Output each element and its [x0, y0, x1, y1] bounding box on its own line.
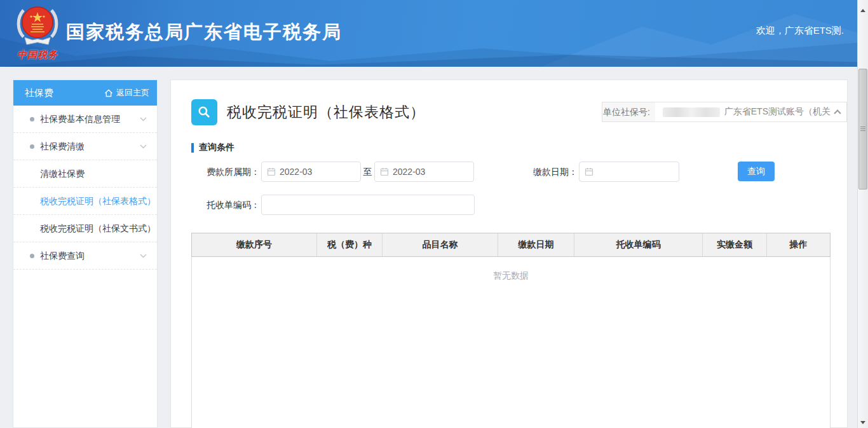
pay-date-datepicker[interactable] [579, 162, 679, 182]
bullet-icon [30, 117, 34, 121]
to-label: 至 [361, 162, 374, 182]
query-button[interactable]: 查询 [738, 162, 775, 181]
scrollbar-thumb[interactable] [858, 69, 867, 190]
col-collection-code: 托收单编码 [574, 233, 703, 256]
sidebar-item-fee-settlement[interactable]: 社保费清缴 [13, 133, 157, 160]
main-panel: 税收完税证明（社保表格式） 单位社保号: 广东省ETS测试账号（机关 查询条件 … [170, 79, 848, 428]
period-from-input[interactable] [280, 167, 355, 177]
sidebar-item-label: 税收完税证明（社保文书式） [40, 223, 156, 233]
scrollbar-grip-icon [860, 127, 865, 132]
unit-ssn-label: 单位社保号: [602, 102, 655, 121]
return-home-label: 返回主页 [116, 87, 149, 99]
sidebar-item-fee-query[interactable]: 社保费查询 [13, 242, 157, 270]
results-table: 缴款序号 税（费）种 品目名称 缴款日期 托收单编码 实缴金额 操作 暂无数据 [191, 233, 831, 428]
arrow-down-icon [860, 421, 865, 424]
unit-ssn-selector[interactable]: 单位社保号: 广东省ETS测试账号（机关 [602, 102, 847, 122]
sidebar-item-tax-cert-table-format[interactable]: 税收完税证明（社保表格式） [13, 188, 157, 215]
section-accent-bar [191, 143, 194, 153]
pay-date-label: 缴款日期： [514, 162, 578, 182]
return-home-link[interactable]: 返回主页 [104, 87, 149, 99]
calendar-icon [380, 167, 389, 176]
period-to-input[interactable] [393, 167, 468, 177]
calendar-icon [267, 167, 276, 176]
col-tax-fee-type: 税（费）种 [317, 233, 383, 256]
vertical-scrollbar[interactable] [857, 0, 868, 428]
empty-state-text: 暂无数据 [493, 270, 529, 280]
welcome-text: 欢迎，广东省ETS测. [756, 25, 844, 37]
sidebar-item-label: 社保费清缴 [40, 141, 85, 151]
magnifier-icon [191, 99, 217, 125]
tax-emblem-icon [13, 3, 62, 48]
calendar-icon [585, 167, 593, 176]
chevron-down-icon [140, 117, 147, 121]
col-paid-amount: 实缴金额 [703, 233, 767, 256]
unit-ssn-text: 广东省ETS测试账号（机关 [724, 106, 831, 118]
sidebar-menu: 社保费基本信息管理 社保费清缴 清缴社保费 税收完税证明（社保表格式） 税收完税… [13, 106, 157, 270]
table-header-row: 缴款序号 税（费）种 品目名称 缴款日期 托收单编码 实缴金额 操作 [191, 233, 831, 257]
sidebar-item-tax-cert-document-format[interactable]: 税收完税证明（社保文书式） [13, 215, 157, 242]
logo-caption: 中国税务 [13, 49, 62, 61]
col-item-name: 品目名称 [383, 233, 498, 256]
chevron-down-icon [140, 144, 147, 149]
scroll-down-button[interactable] [858, 417, 868, 428]
redacted-account-number [663, 107, 720, 117]
collection-code-field[interactable] [261, 195, 475, 215]
sidebar-item-label: 社保费查询 [40, 251, 85, 261]
site-title: 国家税务总局广东省电子税务局 [66, 20, 342, 45]
page-title: 税收完税证明（社保表格式） [227, 99, 425, 125]
sidebar: 社保费 返回主页 社保费基本信息管理 社保费清缴 清缴社保费 税收完税证明（社保… [13, 79, 158, 428]
bullet-icon [30, 254, 34, 258]
sidebar-header: 社保费 返回主页 [13, 80, 157, 106]
col-payment-serial: 缴款序号 [192, 233, 317, 256]
col-pay-date: 缴款日期 [498, 233, 574, 256]
scroll-up-button[interactable] [858, 5, 868, 16]
sidebar-item-basic-info[interactable]: 社保费基本信息管理 [13, 106, 157, 133]
period-from-datepicker[interactable] [261, 162, 361, 182]
app-header: 中国税务 国家税务总局广东省电子税务局 欢迎，广东省ETS测. [0, 0, 868, 67]
period-label: 费款所属期： [171, 162, 260, 182]
sidebar-item-label: 税收完税证明（社保表格式） [40, 196, 156, 206]
chevron-down-icon [140, 254, 147, 258]
collection-code-label: 托收单编码： [171, 195, 260, 215]
arrow-up-icon [860, 9, 865, 12]
collection-code-input[interactable] [267, 200, 469, 210]
pay-date-input[interactable] [597, 167, 674, 177]
sidebar-item-label: 社保费基本信息管理 [40, 114, 120, 124]
unit-ssn-value: 广东省ETS测试账号（机关 [655, 102, 846, 121]
col-actions: 操作 [767, 233, 830, 256]
bullet-icon [30, 144, 34, 149]
period-to-datepicker[interactable] [374, 162, 474, 182]
table-body: 暂无数据 [191, 257, 831, 428]
sidebar-item-label: 清缴社保费 [40, 169, 85, 179]
home-icon [104, 89, 113, 97]
sidebar-item-pay-social-fee[interactable]: 清缴社保费 [13, 160, 157, 188]
tax-bureau-logo: 中国税务 [13, 3, 62, 61]
chevron-up-icon [834, 109, 841, 116]
query-conditions-heading: 查询条件 [191, 142, 234, 153]
sidebar-title: 社保费 [25, 87, 104, 99]
